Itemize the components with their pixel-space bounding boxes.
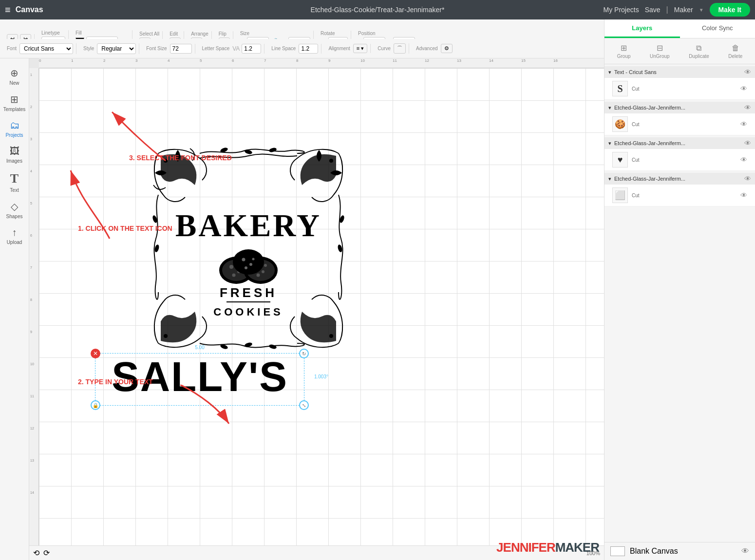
templates-icon: ⊞: [10, 93, 19, 105]
letter-space-input[interactable]: [242, 44, 261, 54]
blank-canvas-swatch[interactable]: [610, 546, 625, 556]
duplicate-label: Duplicate: [689, 54, 709, 59]
canvas-area[interactable]: 0 1 2 3 4 5 6 7 8 9 10 11 12 13 14 15 16…: [29, 58, 604, 560]
layer-4-item-eye[interactable]: 👁: [740, 191, 747, 199]
sidebar-item-upload[interactable]: ↑ Upload: [0, 223, 29, 249]
rotation-label: 1.003°: [314, 374, 328, 379]
make-it-button[interactable]: Make It: [710, 3, 750, 17]
layer-item-2[interactable]: 🍪 Cut 👁: [604, 113, 755, 135]
layer-thumbnail-3: ♥: [612, 152, 628, 168]
duplicate-button[interactable]: ⧉ Duplicate: [685, 42, 713, 61]
tab-color-sync[interactable]: Color Sync: [680, 19, 755, 38]
blank-canvas-eye-icon[interactable]: 👁: [741, 547, 749, 556]
layer-1-item-eye[interactable]: 👁: [740, 85, 747, 93]
layer-cut-4: Cut: [632, 193, 640, 198]
style-select[interactable]: Regular: [97, 43, 136, 54]
redo-bottom-button[interactable]: ⟳: [43, 548, 50, 558]
sidebar-item-text[interactable]: T Text: [0, 168, 29, 197]
dimension-label: 5.00: [195, 345, 204, 350]
layer-header-4[interactable]: ▾ Etched-Glass-Jar-Jenniferm... 👁: [604, 173, 755, 185]
svg-point-29: [249, 263, 252, 266]
app-title: Canvas: [16, 5, 43, 14]
shapes-icon: ◇: [11, 201, 18, 212]
chevron-down-icon: ▾: [608, 69, 611, 75]
advanced-group: Advanced ⚙: [413, 44, 455, 53]
line-space-group: Line Space: [268, 44, 321, 54]
svg-point-6: [268, 147, 277, 153]
layer-thumb-icon-2: 🍪: [615, 119, 625, 130]
font-size-input[interactable]: [170, 44, 192, 54]
step3-text: 3. SELECT THE FONT DESIRED: [129, 154, 232, 162]
curve-button[interactable]: ⌒: [394, 43, 406, 54]
scale-handle[interactable]: ⤡: [299, 400, 309, 410]
doc-title: Etched-Glass-Cookie/Treat-Jar-Jennimaker…: [311, 6, 445, 14]
new-icon: ⊕: [10, 67, 19, 79]
svg-point-3: [329, 334, 333, 338]
layer-header-1[interactable]: ▾ Text - Cricut Sans 👁: [604, 66, 755, 78]
chevron-down-icon-2: ▾: [608, 105, 611, 111]
bakery-svg: BAKERY FRESH: [151, 146, 346, 351]
layer-thumb-icon-1: S: [617, 83, 623, 94]
layer-3-item-eye[interactable]: 👁: [740, 156, 747, 164]
delete-handle[interactable]: ✕: [91, 349, 100, 358]
images-label: Images: [6, 158, 22, 164]
line-space-input[interactable]: [299, 44, 318, 54]
menu-icon[interactable]: ≡: [5, 4, 11, 16]
duplicate-icon: ⧉: [696, 44, 701, 53]
lock-handle[interactable]: 🔒: [91, 400, 100, 410]
layer-1-visibility-icon[interactable]: 👁: [744, 68, 751, 76]
layer-item-1[interactable]: S Cut 👁: [604, 78, 755, 100]
sidebar-item-projects[interactable]: 🗂 Projects: [0, 116, 29, 142]
delete-button[interactable]: 🗑 Delete: [724, 42, 746, 61]
projects-icon: 🗂: [10, 120, 19, 131]
layer-2-visibility-icon[interactable]: 👁: [744, 104, 751, 112]
undo-bottom-button[interactable]: ⟲: [33, 548, 39, 558]
delete-label: Delete: [728, 54, 742, 59]
layer-thumbnail-2: 🍪: [612, 116, 628, 132]
letter-space-label: Letter Space: [202, 46, 230, 51]
layer-header-2[interactable]: ▾ Etched-Glass-Jar-Jenniferm... 👁: [604, 102, 755, 113]
maker-link[interactable]: Maker: [674, 6, 693, 14]
svg-point-27: [233, 249, 264, 275]
save-link[interactable]: Save: [645, 6, 661, 14]
flip-label: Flip: [219, 31, 226, 37]
text-label: Text: [10, 187, 19, 193]
upload-icon: ↑: [12, 227, 17, 238]
sidebar-item-images[interactable]: 🖼 Images: [0, 142, 29, 168]
chevron-down-icon-4: ▾: [608, 176, 611, 182]
right-tabs: Layers Color Sync: [604, 19, 755, 38]
curve-group: Curve ⌒: [375, 43, 409, 54]
font-select[interactable]: Cricut Sans: [19, 43, 73, 54]
alignment-button[interactable]: ≡ ▾: [353, 44, 367, 53]
images-icon: 🖼: [10, 146, 19, 157]
curve-label: Curve: [378, 46, 391, 51]
blank-canvas-label: Blank Canvas: [630, 547, 678, 556]
layer-header-3[interactable]: ▾ Etched-Glass-Jar-Jenniferm... 👁: [604, 137, 755, 149]
size-label: Size: [240, 31, 249, 36]
svg-point-26: [264, 264, 267, 267]
sidebar-item-shapes[interactable]: ◇ Shapes: [0, 197, 29, 223]
right-panel: Layers Color Sync ⊞ Group ⊟ UnGroup ⧉ Du…: [604, 19, 755, 560]
font-size-group: Font Size: [143, 44, 195, 54]
upload-label: Upload: [7, 240, 22, 245]
canvas-content[interactable]: BAKERY FRESH: [39, 68, 604, 545]
linetype-label: Linetype: [41, 30, 60, 36]
ungroup-button[interactable]: ⊟ UnGroup: [646, 41, 674, 61]
rotate-handle[interactable]: ↻: [299, 349, 309, 358]
layer-4-visibility-icon[interactable]: 👁: [744, 175, 751, 183]
layer-group-1: ▾ Text - Cricut Sans 👁 S Cut 👁: [604, 66, 755, 100]
my-projects-link[interactable]: My Projects: [604, 6, 639, 14]
layer-2-item-eye[interactable]: 👁: [740, 120, 747, 128]
sidebar-item-templates[interactable]: ⊞ Templates: [0, 90, 29, 116]
layer-3-visibility-icon[interactable]: 👁: [744, 139, 751, 147]
advanced-label: Advanced: [416, 46, 437, 51]
layer-header-2-title: Etched-Glass-Jar-Jenniferm...: [614, 105, 685, 111]
layer-thumb-icon-4: ⬜: [615, 190, 625, 201]
tab-layers[interactable]: Layers: [604, 19, 680, 38]
sidebar-item-new[interactable]: ⊕ New: [0, 63, 29, 90]
advanced-button[interactable]: ⚙: [441, 44, 453, 53]
layer-item-3[interactable]: ♥ Cut 👁: [604, 149, 755, 171]
layer-item-4[interactable]: ⬜ Cut 👁: [604, 185, 755, 206]
group-button[interactable]: ⊞ Group: [613, 41, 635, 61]
annotation-step2: 2. TYPE IN YOUR TEXT: [78, 377, 153, 386]
